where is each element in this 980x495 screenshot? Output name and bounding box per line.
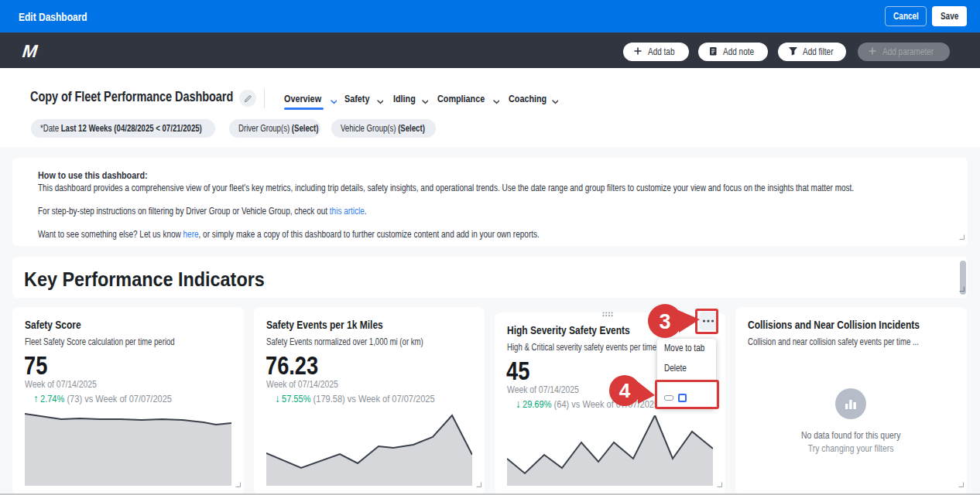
card-delta: ↓ 57.55% (179.58) vs Week of 07/07/2025 — [275, 392, 462, 405]
resize-handle-icon[interactable] — [476, 476, 481, 490]
tab-compliance[interactable]: Compliance — [437, 93, 497, 104]
resize-handle-icon[interactable] — [959, 229, 965, 243]
card-period: Week of 07/14/2025 — [266, 378, 356, 390]
howto-heading: How to use this dashboard: — [38, 169, 175, 181]
card-period: Week of 07/14/2025 — [25, 378, 115, 390]
edit-mode-title: Edit Dashboard — [19, 0, 105, 32]
card-safety-events-per-1k: Safety Events per 1k Miles Safety Events… — [254, 307, 485, 495]
arrow-up-icon: ↑ — [33, 392, 39, 405]
plus-icon — [868, 45, 877, 59]
svg-text:4: 4 — [619, 379, 631, 402]
app-navbar: M Add tab Add note Add filter Add parame… — [0, 32, 980, 68]
dashboard-header: Copy of Fleet Performance Dashboard Over… — [0, 68, 980, 147]
chevron-down-icon[interactable] — [422, 94, 428, 108]
card-period: Week of 07/14/2025 — [507, 384, 597, 395]
edit-title-button[interactable] — [239, 90, 256, 107]
filter-chip-driver-group[interactable]: Driver Group(s) (Select) — [229, 119, 320, 138]
pencil-icon — [244, 94, 252, 103]
tab-idling[interactable]: Idling — [393, 93, 421, 104]
motive-logo: M — [22, 41, 39, 62]
kpi-section-card: Key Performance Indicators — [12, 257, 968, 298]
card-title: High Severity Safety Events — [507, 323, 660, 336]
chevron-down-icon[interactable] — [493, 94, 499, 108]
kpi-heading: Key Performance Indicators — [24, 268, 291, 292]
card-value: 45 — [506, 358, 536, 384]
add-note-button[interactable]: Add note — [698, 43, 768, 61]
add-filter-button[interactable]: Add filter — [778, 43, 846, 61]
tab-safety[interactable]: Safety — [344, 93, 376, 104]
tab-coaching[interactable]: Coaching — [509, 93, 557, 104]
tab-overview[interactable]: Overview — [284, 93, 331, 104]
here-link[interactable]: here — [183, 229, 199, 240]
resize-handle-icon[interactable] — [717, 476, 722, 490]
annotation-box-4 — [655, 380, 719, 409]
arrow-down-icon: ↓ — [516, 398, 521, 410]
annotation-balloon-4: 4 — [609, 374, 660, 408]
no-data-message: No data found for this query — [735, 429, 967, 441]
filter-chip-date[interactable]: *Date Last 12 Weeks (04/28/2025 < 07/21/… — [31, 119, 215, 138]
card-title: Safety Score — [25, 318, 95, 331]
howto-paragraph-2: For step-by-step instructions on filteri… — [38, 206, 449, 217]
howto-paragraph-1: This dashboard provides a comprehensive … — [38, 183, 980, 193]
add-parameter-button[interactable]: Add parameter — [858, 43, 950, 61]
howto-note-card: How to use this dashboard: This dashboar… — [12, 158, 968, 246]
card-subtitle: Safety Events normalized over 1,000 mi (… — [266, 336, 462, 347]
annotation-balloon-3: 3 — [647, 303, 701, 339]
resize-handle-icon[interactable] — [959, 281, 965, 295]
menu-item-move-to-tab[interactable]: Move to tab — [664, 343, 714, 353]
menu-item-delete[interactable]: Delete — [664, 363, 692, 374]
drag-handle-icon[interactable] — [602, 306, 613, 320]
plus-icon — [633, 45, 642, 59]
edit-mode-bar: Edit Dashboard Cancel Save — [0, 0, 980, 32]
no-data-chart-icon — [835, 388, 866, 419]
funnel-icon — [788, 45, 798, 59]
sparkline-chart — [266, 412, 472, 486]
chevron-down-icon[interactable] — [552, 94, 558, 108]
resize-handle-icon[interactable] — [958, 476, 964, 490]
save-button[interactable]: Save — [932, 6, 967, 26]
card-value: 76.23 — [266, 353, 331, 378]
filter-chip-vehicle-group[interactable]: Vehicle Group(s) (Select) — [331, 119, 436, 138]
header-divider — [264, 89, 265, 108]
this-article-link[interactable]: this article — [330, 206, 365, 217]
chevron-down-icon[interactable] — [377, 94, 383, 108]
sparkline-chart — [507, 415, 713, 486]
active-tab-underline — [284, 108, 324, 110]
card-subtitle: Fleet Safety Score calculation per time … — [25, 336, 212, 347]
chevron-down-icon[interactable] — [331, 94, 337, 108]
card-title: Safety Events per 1k Miles — [266, 318, 412, 331]
card-subtitle: Collision and near collision safety even… — [748, 336, 961, 347]
cancel-button[interactable]: Cancel — [885, 6, 927, 26]
no-data-hint: Try changing your filters — [735, 442, 967, 454]
howto-paragraph-3: Want to see something else? Let us know … — [38, 229, 665, 240]
note-icon — [708, 45, 718, 59]
resize-handle-icon[interactable] — [235, 476, 241, 490]
card-title: Collisions and Near Collision Incidents — [748, 318, 963, 331]
card-collisions: Collisions and Near Collision Incidents … — [735, 307, 967, 495]
card-safety-score: Safety Score Fleet Safety Score calculat… — [12, 307, 244, 495]
add-tab-button[interactable]: Add tab — [623, 43, 689, 61]
sparkline-chart — [25, 412, 231, 486]
arrow-down-icon: ↓ — [275, 392, 280, 405]
card-value: 75 — [24, 353, 53, 378]
svg-text:3: 3 — [659, 310, 670, 333]
card-delta: ↑ 2.74% (73) vs Week of 07/07/2025 — [33, 392, 195, 405]
